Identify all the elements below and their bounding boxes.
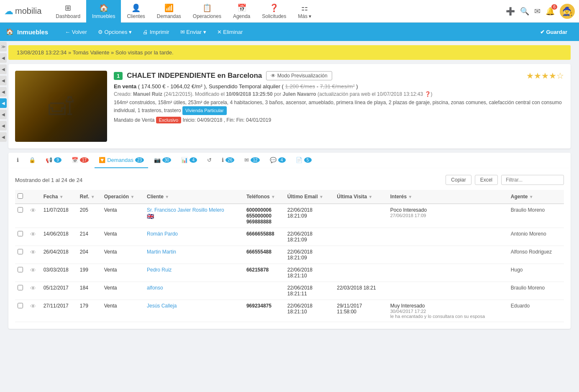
col-agente[interactable]: Agente ▼ (508, 190, 564, 204)
row-checkbox[interactable] (18, 303, 23, 308)
mail-icon[interactable]: ✉ (534, 7, 541, 16)
tab-email[interactable]: ✉12 (240, 153, 264, 168)
row-checkbox[interactable] (18, 207, 23, 213)
col-ultimo_email[interactable]: Último Email ▼ (285, 190, 334, 204)
left-arrow-a1[interactable]: ◀ (0, 53, 7, 63)
nav-item-operaciones[interactable]: 📋Operaciones (187, 0, 227, 23)
property-card: 1 CHALET INDEPENDIENTE en Barcelona 👁 Mo… (8, 64, 571, 149)
property-price: En venta ( 174.500 € - 1064,02 €/m² ), S… (114, 83, 564, 90)
avatar[interactable]: 🧙 (560, 4, 575, 19)
col-view (28, 190, 41, 204)
cell-cliente[interactable]: Martin Martin (144, 246, 244, 264)
client-link[interactable]: Martin Martin (147, 249, 176, 255)
tab-icon-camera: 📷 (154, 157, 161, 163)
col-ultima_visita[interactable]: Última Visita ▼ (334, 190, 387, 204)
view-row-icon[interactable]: 👁 (30, 303, 36, 310)
cell-interes (388, 264, 508, 282)
alert-banner: 13/08/2018 13:22:34 » Tomás Valiente » S… (8, 45, 571, 60)
cell-cliente[interactable]: Pedro Ruiz (144, 264, 244, 282)
enviar-button[interactable]: ✉ Enviar ▾ (176, 27, 210, 37)
tab-demandas[interactable]: 🔽Demandas23 (95, 153, 148, 168)
left-arrow-a8[interactable]: ◀ (0, 132, 7, 142)
sort-icon-ref: ▼ (91, 195, 95, 199)
tab-info2[interactable]: ℹ26 (218, 153, 238, 168)
nav-item-solicitudes[interactable]: ❓Solicitudes (256, 0, 292, 23)
client-link[interactable]: Sr. Francisco Javier Rosillo Melero (147, 207, 224, 213)
view-row-icon[interactable]: 👁 (30, 231, 36, 238)
tab-camera[interactable]: 📷30 (150, 153, 175, 168)
tab-info[interactable]: ℹ (13, 153, 23, 168)
view-row-icon[interactable]: 👁 (30, 285, 36, 292)
row-checkbox[interactable] (18, 267, 23, 272)
copy-button[interactable]: Copiar (446, 175, 471, 185)
nav-item-inmuebles[interactable]: 🏠Inmuebles (86, 0, 121, 23)
client-link[interactable]: alfonso (147, 285, 163, 291)
cell-telefonos: 666555488 (244, 246, 285, 264)
add-button[interactable]: ➕ (506, 7, 515, 16)
client-link[interactable]: Jesús Calleja (147, 303, 177, 309)
interest-label: Poco Interesado (390, 207, 506, 213)
volver-button[interactable]: ← Volver (61, 27, 91, 37)
view-row-icon[interactable]: 👁 (30, 267, 36, 274)
col-interes[interactable]: Interés ▼ (388, 190, 508, 204)
cell-cliente[interactable]: Sr. Francisco Javier Rosillo Melero🇬🇧 (144, 204, 244, 228)
imprimir-button[interactable]: 🖨 Imprimir (138, 27, 174, 37)
col-telefonos[interactable]: Teléfonos ▼ (244, 190, 285, 204)
select-all-checkbox[interactable] (18, 193, 23, 199)
nav-label-operaciones: Operaciones (193, 13, 221, 19)
nav-items: ⊞Dashboard🏠Inmuebles👤Clientes📶Demandas📋O… (50, 0, 506, 23)
tab-refresh[interactable]: ↺ (203, 153, 216, 168)
client-link[interactable]: Pedro Ruiz (147, 267, 172, 273)
logo[interactable]: ☁ mobilia (4, 6, 41, 17)
nav-item-dashboard[interactable]: ⊞Dashboard (50, 0, 86, 23)
filter-input[interactable] (501, 175, 564, 185)
cell-cliente[interactable]: Jesús Calleja (144, 300, 244, 322)
tab-lock[interactable]: 🔒 (25, 153, 40, 168)
nav-icon-operaciones: 📋 (202, 3, 212, 13)
opciones-button[interactable]: ⚙ Opciones ▾ (94, 27, 136, 37)
col-operacion[interactable]: Operación ▼ (102, 190, 144, 204)
row-checkbox[interactable] (18, 285, 23, 290)
view-row-icon[interactable]: 👁 (30, 249, 36, 256)
left-arrow-a4[interactable]: ◀ (0, 87, 7, 97)
save-button[interactable]: ✔ Guardar (534, 27, 573, 37)
left-arrow-a7[interactable]: ◀ (0, 121, 7, 131)
tab-whatsapp[interactable]: 💬4 (266, 153, 290, 168)
cell-cliente[interactable]: Román Pardo (144, 228, 244, 246)
left-arrow-a3[interactable]: ◀ (0, 76, 7, 85)
star-rating[interactable]: ★★★★☆ (526, 71, 564, 81)
view-row-icon[interactable]: 👁 (30, 207, 36, 214)
vivienda-badge: Vivienda Particular (182, 106, 227, 115)
tab-calendar[interactable]: 📅17 (67, 153, 93, 168)
tab-count-info2: 26 (225, 157, 234, 163)
tabs-row: ℹ🔒📢9📅17🔽Demandas23📷30📊4↺ℹ26✉12💬4📄5 (8, 153, 571, 168)
left-arrow-a2[interactable]: ◀ (0, 64, 7, 74)
row-checkbox[interactable] (18, 249, 23, 254)
tab-table[interactable]: 📊4 (177, 153, 201, 168)
left-arrow-a6[interactable]: ◀ (0, 110, 7, 119)
eliminar-button[interactable]: ✕ Eliminar (213, 27, 247, 37)
col-fecha[interactable]: Fecha ▼ (41, 190, 77, 204)
preview-button[interactable]: 👁 Modo Previsualización (266, 71, 332, 80)
cell-cliente[interactable]: alfonso (144, 282, 244, 300)
nav-item-demandas[interactable]: 📶Demandas (151, 0, 187, 23)
cell-telefonos: 600000006655000000969888888 (244, 204, 285, 228)
bell-icon[interactable]: 🔔 6 (546, 7, 555, 16)
nav-item-agenda[interactable]: 📅Agenda (227, 0, 256, 23)
cell-ultima-visita (334, 246, 387, 264)
left-arrow-a5[interactable]: ◀ (0, 98, 7, 108)
table-row: 👁05/12/2017184Ventaalfonso22/06/201818:2… (15, 282, 564, 300)
search-icon[interactable]: 🔍 (520, 7, 529, 16)
top-nav: ☁ mobilia ⊞Dashboard🏠Inmuebles👤Clientes📶… (0, 0, 579, 23)
nav-item-clientes[interactable]: 👤Clientes (121, 0, 151, 23)
excel-button[interactable]: Excel (475, 175, 498, 185)
nav-item-mas[interactable]: ⚏Más ▾ (292, 0, 317, 23)
row-checkbox[interactable] (18, 231, 23, 236)
tab-doc[interactable]: 📄5 (292, 153, 316, 168)
left-arrow-double[interactable]: ≫ (0, 42, 7, 51)
tab-megaphone[interactable]: 📢9 (41, 153, 66, 168)
col-ref[interactable]: Ref. ▼ (77, 190, 102, 204)
sort-icon-operacion: ▼ (130, 195, 134, 199)
client-link[interactable]: Román Pardo (147, 231, 178, 237)
col-cliente[interactable]: Cliente ▼ (144, 190, 244, 204)
